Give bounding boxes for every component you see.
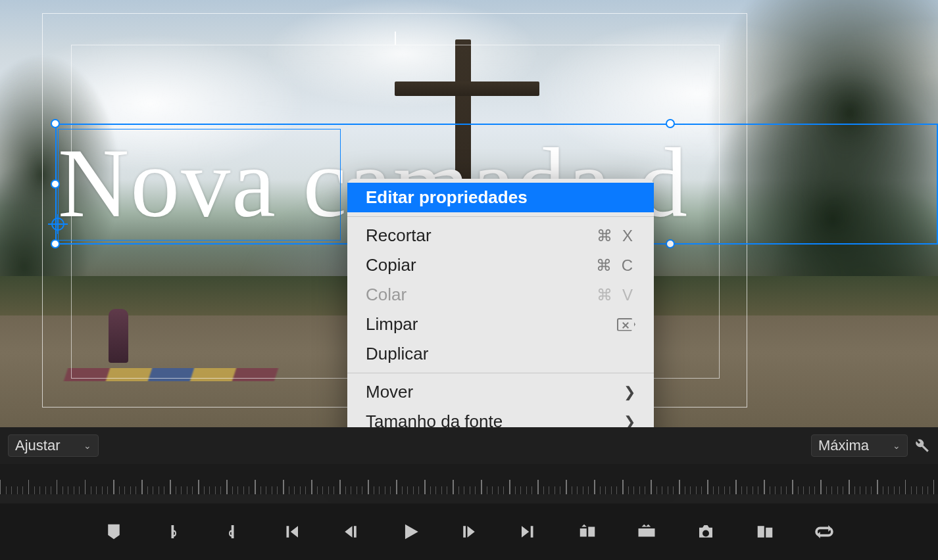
settings-wrench-icon[interactable] (913, 437, 930, 454)
menu-separator (347, 373, 654, 373)
chevron-down-icon: ⌄ (84, 440, 91, 451)
quality-dropdown[interactable]: Máxima ⌄ (811, 434, 908, 457)
viewer-toolbar: Ajustar ⌄ Máxima ⌄ (0, 427, 938, 464)
add-marker-button[interactable] (100, 518, 128, 546)
chevron-down-icon: ⌄ (893, 440, 901, 451)
timeline-ruler[interactable] (0, 464, 938, 494)
word-selection-box[interactable] (58, 129, 341, 241)
play-button[interactable] (396, 518, 424, 546)
menu-duplicate[interactable]: Duplicar (347, 339, 654, 369)
menu-separator (347, 216, 654, 217)
anchor-crosshair[interactable] (48, 214, 68, 234)
go-to-out-button[interactable] (514, 518, 542, 546)
dropdown-label: Máxima (818, 437, 869, 454)
menu-label: Recortar (366, 225, 597, 246)
step-forward-button[interactable] (455, 518, 483, 546)
menu-copy[interactable]: Copiar ⌘ C (347, 250, 654, 280)
rotation-handle[interactable] (395, 32, 396, 45)
menu-move-submenu[interactable]: Mover ❯ (347, 377, 654, 407)
mark-in-button[interactable] (159, 518, 187, 546)
delete-icon (617, 318, 635, 331)
menu-label: Editar propriedades (366, 187, 635, 208)
menu-label: Mover (366, 382, 624, 402)
menu-edit-properties[interactable]: Editar propriedades (347, 183, 654, 212)
export-frame-button[interactable] (692, 518, 720, 546)
chevron-right-icon: ❯ (624, 384, 635, 401)
menu-cut[interactable]: Recortar ⌘ X (347, 221, 654, 250)
selection-handle-br[interactable] (666, 239, 675, 248)
transport-bar (0, 503, 938, 560)
zoom-fit-dropdown[interactable]: Ajustar ⌄ (8, 434, 99, 457)
menu-shortcut: ⌘ X (597, 227, 635, 245)
selection-handle-tl[interactable] (51, 119, 60, 128)
menu-label: Limpar (366, 314, 617, 335)
selection-handle-bl[interactable] (51, 239, 60, 248)
mark-out-button[interactable] (218, 518, 246, 546)
menu-label: Copiar (366, 255, 596, 275)
insert-clip-button[interactable] (574, 518, 601, 546)
context-menu: Editar propriedades Recortar ⌘ X Copiar … (347, 179, 654, 470)
menu-paste: Colar ⌘ V (347, 280, 654, 310)
dropdown-label: Ajustar (15, 437, 60, 454)
menu-clear[interactable]: Limpar (347, 310, 654, 339)
overwrite-clip-button[interactable] (633, 518, 660, 546)
menu-label: Duplicar (366, 344, 635, 364)
ruler-ticks (0, 480, 938, 494)
go-to-in-button[interactable] (278, 518, 305, 546)
menu-label: Colar (366, 285, 597, 305)
step-back-button[interactable] (337, 518, 364, 546)
selection-handle-tr[interactable] (666, 119, 675, 128)
menu-shortcut: ⌘ C (596, 256, 635, 275)
comparison-view-button[interactable] (751, 518, 779, 546)
loop-button[interactable] (810, 518, 838, 546)
selection-handle-ml[interactable] (51, 179, 60, 189)
menu-shortcut: ⌘ V (597, 286, 635, 304)
